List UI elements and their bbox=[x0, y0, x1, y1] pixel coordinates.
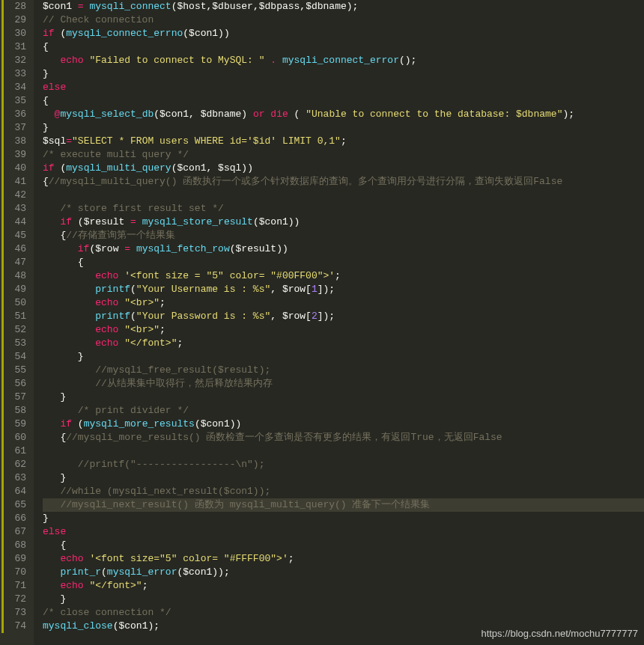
line-number: 46 bbox=[0, 242, 26, 256]
code-line[interactable]: } bbox=[43, 350, 644, 364]
code-line[interactable]: { bbox=[43, 40, 644, 54]
line-number: 70 bbox=[0, 566, 26, 579]
line-number: 42 bbox=[0, 189, 26, 202]
code-line[interactable]: if (mysqli_more_results($con1)) bbox=[43, 418, 644, 431]
code-line[interactable]: {//mysqli_more_results() 函数检查一个多查询是否有更多的… bbox=[43, 431, 644, 444]
line-number: 30 bbox=[0, 27, 26, 40]
code-line[interactable]: } bbox=[43, 391, 644, 404]
code-line[interactable]: } bbox=[43, 471, 644, 485]
code-line[interactable]: // Check connection bbox=[43, 13, 644, 27]
code-line[interactable]: {//存储查询第一个结果集 bbox=[43, 229, 644, 242]
code-line[interactable]: printf("Your Username is : %s", $row[1])… bbox=[43, 283, 644, 296]
code-line[interactable]: //mysqli_free_result($result); bbox=[43, 364, 644, 377]
code-line[interactable]: echo "Failed to connect to MySQL: " . my… bbox=[43, 54, 644, 67]
code-line[interactable]: echo '<font size = "5" color= "#00FF00">… bbox=[43, 269, 644, 283]
line-number: 32 bbox=[0, 54, 26, 67]
line-number: 62 bbox=[0, 458, 26, 471]
code-line[interactable]: {//mysqli_multi_query() 函数执行一个或多个针对数据库的查… bbox=[43, 175, 644, 189]
line-number: 35 bbox=[0, 94, 26, 108]
line-number: 68 bbox=[0, 539, 26, 552]
code-line[interactable]: //while (mysqli_next_result($con1)); bbox=[43, 485, 644, 498]
line-number: 63 bbox=[0, 471, 26, 485]
code-line[interactable]: $con1 = mysqli_connect($host,$dbuser,$db… bbox=[43, 0, 644, 13]
line-number: 28 bbox=[0, 0, 26, 13]
code-line[interactable]: print_r(mysqli_error($con1)); bbox=[43, 566, 644, 579]
line-number: 61 bbox=[0, 444, 26, 458]
line-number: 67 bbox=[0, 525, 26, 539]
code-editor[interactable]: 2829303132333435363738394041424344454647… bbox=[0, 0, 644, 645]
line-number: 73 bbox=[0, 606, 26, 620]
code-line[interactable]: } bbox=[43, 593, 644, 606]
code-line[interactable]: echo '<font size="5" color= "#FFFF00">'; bbox=[43, 552, 644, 566]
code-line[interactable]: $sql="SELECT * FROM users WHERE id='$id'… bbox=[43, 135, 644, 148]
line-number: 58 bbox=[0, 404, 26, 418]
code-line[interactable]: echo "<br>"; bbox=[43, 296, 644, 310]
code-line[interactable] bbox=[43, 189, 644, 202]
code-line[interactable]: echo "</font>"; bbox=[43, 579, 644, 593]
line-number: 38 bbox=[0, 135, 26, 148]
line-number: 64 bbox=[0, 485, 26, 498]
code-line[interactable]: { bbox=[43, 539, 644, 552]
code-line[interactable]: else bbox=[43, 81, 644, 94]
line-number: 52 bbox=[0, 323, 26, 337]
line-number: 34 bbox=[0, 81, 26, 94]
code-line[interactable]: @mysqli_select_db($con1, $dbname) or die… bbox=[43, 108, 644, 121]
code-line[interactable]: if (mysqli_multi_query($con1, $sql)) bbox=[43, 162, 644, 175]
line-number: 60 bbox=[0, 431, 26, 444]
code-line[interactable]: //从结果集中取得行，然后释放结果内存 bbox=[43, 377, 644, 391]
code-line[interactable]: else bbox=[43, 525, 644, 539]
line-number: 55 bbox=[0, 364, 26, 377]
line-number: 71 bbox=[0, 579, 26, 593]
code-line[interactable]: } bbox=[43, 67, 644, 81]
code-line[interactable]: if($row = mysqli_fetch_row($result)) bbox=[43, 242, 644, 256]
code-area[interactable]: $con1 = mysqli_connect($host,$dbuser,$db… bbox=[34, 0, 644, 645]
line-number: 48 bbox=[0, 269, 26, 283]
line-number: 33 bbox=[0, 67, 26, 81]
code-line[interactable] bbox=[43, 444, 644, 458]
line-number: 45 bbox=[0, 229, 26, 242]
line-number: 41 bbox=[0, 175, 26, 189]
code-line[interactable]: printf("Your Password is : %s", $row[2])… bbox=[43, 310, 644, 323]
line-number: 65 bbox=[0, 498, 26, 512]
code-line[interactable]: if ($result = mysqli_store_result($con1)… bbox=[43, 215, 644, 229]
code-line[interactable]: echo "</font>"; bbox=[43, 337, 644, 350]
line-number: 40 bbox=[0, 162, 26, 175]
line-number: 72 bbox=[0, 593, 26, 606]
line-number: 49 bbox=[0, 283, 26, 296]
code-line[interactable]: { bbox=[43, 256, 644, 269]
line-number: 37 bbox=[0, 121, 26, 135]
code-line[interactable]: } bbox=[43, 512, 644, 525]
line-number: 69 bbox=[0, 552, 26, 566]
line-number: 51 bbox=[0, 310, 26, 323]
line-number: 31 bbox=[0, 40, 26, 54]
line-number: 36 bbox=[0, 108, 26, 121]
line-number: 47 bbox=[0, 256, 26, 269]
line-number: 44 bbox=[0, 215, 26, 229]
watermark: https://blog.csdn.net/mochu7777777 bbox=[481, 628, 638, 639]
code-line[interactable]: echo "<br>"; bbox=[43, 323, 644, 337]
line-number: 43 bbox=[0, 202, 26, 215]
line-number: 50 bbox=[0, 296, 26, 310]
line-number-gutter: 2829303132333435363738394041424344454647… bbox=[0, 0, 34, 645]
line-number: 57 bbox=[0, 391, 26, 404]
code-line[interactable]: if (mysqli_connect_errno($con1)) bbox=[43, 27, 644, 40]
line-number: 56 bbox=[0, 377, 26, 391]
code-line[interactable]: /* print divider */ bbox=[43, 404, 644, 418]
line-number: 53 bbox=[0, 337, 26, 350]
code-line[interactable]: //printf("-----------------\n"); bbox=[43, 458, 644, 471]
code-line[interactable]: /* close connection */ bbox=[43, 606, 644, 620]
code-line[interactable]: /* store first result set */ bbox=[43, 202, 644, 215]
code-line[interactable]: } bbox=[43, 121, 644, 135]
line-number: 54 bbox=[0, 350, 26, 364]
line-number: 39 bbox=[0, 148, 26, 162]
line-number: 29 bbox=[0, 13, 26, 27]
line-number: 74 bbox=[0, 620, 26, 633]
line-number: 59 bbox=[0, 418, 26, 431]
code-line[interactable]: { bbox=[43, 94, 644, 108]
line-number: 66 bbox=[0, 512, 26, 525]
code-line[interactable]: //mysqli_next_result() 函数为 mysqli_multi_… bbox=[43, 498, 644, 512]
code-line[interactable]: /* execute multi query */ bbox=[43, 148, 644, 162]
